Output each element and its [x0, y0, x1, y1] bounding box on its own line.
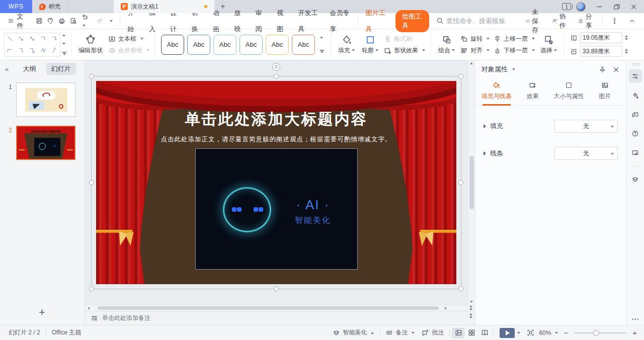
- wps-menu-button[interactable]: WPS: [0, 0, 32, 13]
- vertical-scroll-thumb[interactable]: [469, 156, 474, 209]
- shape-zigzag-icon[interactable]: [38, 45, 49, 56]
- tab-outline[interactable]: 大纲: [18, 63, 41, 75]
- file-menu-button[interactable]: 文件: [4, 12, 31, 30]
- scroll-up-button[interactable]: [470, 62, 473, 64]
- vertical-scrollbar[interactable]: [468, 60, 475, 305]
- shape-style-5[interactable]: Abc: [266, 35, 289, 55]
- gallery-down-button[interactable]: [62, 43, 65, 45]
- shape-z-arrow-icon[interactable]: [27, 45, 38, 56]
- properties-title[interactable]: 对象属性: [481, 65, 508, 74]
- edit-shape-button[interactable]: 编辑形状: [75, 32, 106, 58]
- smart-beautify-button[interactable]: [629, 89, 642, 102]
- normal-view-button[interactable]: [452, 328, 464, 338]
- collaborate-button[interactable]: 协作: [548, 12, 572, 30]
- outline-button[interactable]: 轮廓: [358, 32, 382, 58]
- shape-effects-button[interactable]: 形状效果: [382, 46, 427, 55]
- save-status[interactable]: 未保存: [522, 8, 546, 35]
- zoom-level[interactable]: 60%: [538, 329, 561, 336]
- slide-canvas[interactable]: 单击此处添加大标题内容 点击此处添加正文，请尽量言简意赅的阐述观点；根据需要可酌…: [96, 81, 456, 284]
- fill-select[interactable]: 无: [554, 120, 618, 133]
- gallery-up-button[interactable]: [62, 34, 65, 36]
- resize-handle-sw[interactable]: [89, 286, 94, 291]
- ai-beautify-button[interactable]: 智能美化: [329, 328, 377, 337]
- width-stepper[interactable]: [625, 49, 628, 54]
- resize-handle-n[interactable]: [274, 74, 279, 79]
- shape-style-4[interactable]: Abc: [239, 35, 263, 55]
- print-icon[interactable]: [58, 17, 65, 25]
- height-stepper[interactable]: [625, 35, 628, 40]
- format-painter-button[interactable]: 格式刷: [382, 35, 427, 43]
- save-icon[interactable]: [36, 17, 43, 25]
- fill-button[interactable]: 填充: [335, 32, 358, 58]
- undo-button[interactable]: [81, 13, 92, 29]
- tab-slides[interactable]: 幻灯片: [46, 63, 76, 75]
- bring-forward-button[interactable]: 上移一层: [492, 35, 537, 43]
- menu-devtools[interactable]: 开发工具: [292, 5, 324, 37]
- shape-style-2[interactable]: Abc: [187, 35, 210, 55]
- shape-curve-icon[interactable]: [49, 45, 60, 56]
- expand-line-icon[interactable]: [484, 151, 486, 155]
- share-button[interactable]: 分享: [574, 12, 598, 30]
- play-options-button[interactable]: [517, 332, 520, 334]
- zoom-slider[interactable]: [574, 332, 626, 333]
- resize-handle-s[interactable]: [274, 286, 279, 291]
- send-backward-button[interactable]: 下移一层: [492, 46, 537, 55]
- ai-picture[interactable]: · AI · 智能美化: [195, 148, 358, 270]
- menu-drawing-tools[interactable]: 绘图工具: [395, 10, 429, 32]
- tab-effects[interactable]: 效果: [515, 79, 551, 105]
- tab-size-properties[interactable]: 大小与属性: [551, 79, 587, 105]
- education-button[interactable]: [629, 173, 642, 186]
- command-search-input[interactable]: [446, 17, 522, 25]
- menu-view[interactable]: 视图: [271, 5, 292, 37]
- shape-double-arrow-icon[interactable]: [27, 33, 38, 45]
- notes-bar[interactable]: 单击此处添加备注: [85, 311, 475, 325]
- shape-elbow-arrow-icon[interactable]: [49, 33, 60, 45]
- slide-sorter-button[interactable]: [465, 328, 477, 338]
- shape-width-input[interactable]: [580, 46, 622, 57]
- help-button[interactable]: [629, 127, 642, 140]
- tab-fill-line[interactable]: 填充与线条: [478, 79, 515, 105]
- shape-line-icon[interactable]: [5, 33, 16, 45]
- text-box-button[interactable]: 文本框: [106, 35, 151, 43]
- drag-handle-icon[interactable]: [632, 63, 639, 65]
- theme-name[interactable]: Office 主题: [48, 328, 85, 337]
- scroll-left-button[interactable]: [88, 307, 90, 310]
- shape-elbow-connector-icon[interactable]: [5, 45, 16, 56]
- horizontal-scroll-thumb[interactable]: [98, 306, 439, 310]
- print-preview-icon[interactable]: [70, 17, 77, 25]
- style-gallery-up-button[interactable]: [320, 36, 323, 38]
- shape-style-1[interactable]: Abc: [161, 35, 184, 55]
- shape-style-3[interactable]: Abc: [213, 35, 236, 55]
- zoom-slider-thumb[interactable]: [593, 330, 599, 336]
- shape-elbow-icon[interactable]: [38, 33, 49, 45]
- shape-z-connector-icon[interactable]: [16, 45, 27, 56]
- horizontal-scrollbar[interactable]: [85, 305, 475, 311]
- more-tools-button[interactable]: [632, 318, 638, 320]
- pin-icon[interactable]: [599, 66, 606, 73]
- menu-slideshow[interactable]: 放映: [228, 5, 250, 37]
- slide-2-thumbnail[interactable]: 单击此处添加大标题内容 ·AI·: [16, 126, 75, 160]
- tab-picture[interactable]: 图片: [587, 79, 623, 105]
- resize-handle-ne[interactable]: [458, 74, 463, 79]
- notes-button[interactable]: 备注: [382, 328, 418, 337]
- align-button[interactable]: 对齐: [458, 46, 492, 55]
- style-gallery-more-button[interactable]: [320, 50, 324, 53]
- zoom-out-button[interactable]: −: [561, 328, 570, 337]
- slide-1-thumbnail[interactable]: [16, 82, 75, 117]
- collapse-ribbon-button[interactable]: [624, 17, 640, 25]
- fit-window-button[interactable]: [523, 329, 538, 336]
- shape-style-6[interactable]: Abc: [292, 35, 315, 55]
- shape-height-input[interactable]: [580, 32, 622, 43]
- slide-viewport[interactable]: 单击此处添加大标题内容 点击此处添加正文，请尽量言简意赅的阐述观点；根据需要可酌…: [85, 60, 475, 305]
- add-slide-button[interactable]: +: [39, 307, 45, 318]
- shape-arrow-icon[interactable]: [16, 33, 27, 45]
- screen-cast-button[interactable]: [629, 108, 642, 121]
- tab-docer[interactable]: 稻壳: [32, 0, 68, 13]
- merge-shapes-button[interactable]: 合并形状: [106, 46, 151, 55]
- resize-handle-nw[interactable]: [89, 74, 94, 79]
- rotate-handle[interactable]: [272, 63, 280, 71]
- collapse-panel-button[interactable]: «: [5, 65, 8, 73]
- menu-review[interactable]: 审阅: [250, 5, 271, 37]
- window-list-button[interactable]: 1: [562, 3, 571, 10]
- slide-body-placeholder[interactable]: 点击此处添加正文，请尽量言简意赅的阐述观点；根据需要可酌情增减文字。: [96, 135, 456, 144]
